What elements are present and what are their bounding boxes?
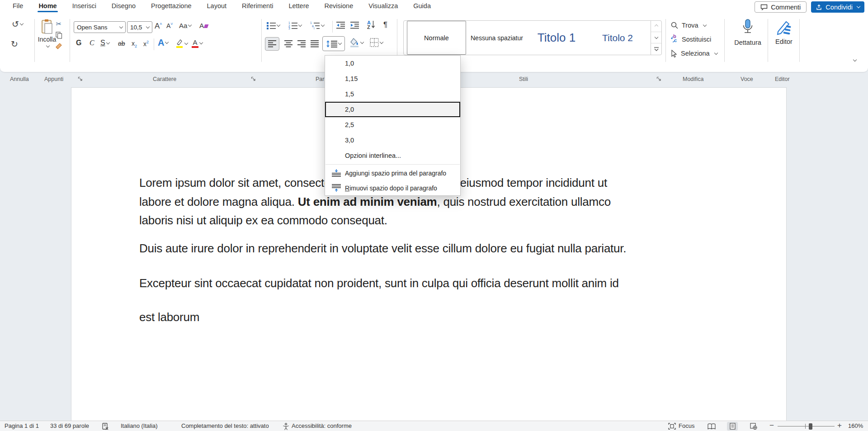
decrease-indent-button[interactable] xyxy=(336,22,345,29)
cut-icon[interactable]: ✂ xyxy=(56,20,62,28)
style-normal[interactable]: Normale xyxy=(407,21,466,55)
spacing-option-3-0[interactable]: 3,0 xyxy=(325,133,460,148)
copy-icon[interactable] xyxy=(56,32,62,39)
add-space-before-item[interactable]: Aggiungi spazio prima del paragrafo xyxy=(325,166,460,180)
line-spacing-button[interactable] xyxy=(322,36,345,51)
undo-button[interactable]: ↺ xyxy=(12,19,23,29)
focus-mode-button[interactable]: Focus xyxy=(679,422,694,429)
group-separator xyxy=(799,19,800,62)
sort-button[interactable]: A Z xyxy=(367,20,375,29)
spacing-options-item[interactable]: Opzioni interlinea... xyxy=(325,148,460,163)
paragraph-2[interactable]: Duis aute irure dolor in reprehenderit i… xyxy=(139,239,727,258)
justify-button[interactable] xyxy=(308,37,321,51)
chevron-down-icon xyxy=(20,21,24,25)
zoom-slider-track[interactable] xyxy=(778,426,835,426)
spacing-option-2-0-selected[interactable]: 2,0 xyxy=(325,102,460,117)
paste-button[interactable]: Incolla xyxy=(37,19,57,47)
styles-scroll-down-button[interactable] xyxy=(651,32,661,43)
italic-button[interactable]: C xyxy=(90,39,94,47)
indent-icon xyxy=(350,22,359,29)
bold-button[interactable]: G xyxy=(76,39,81,47)
paragraph-3[interactable]: Excepteur sint occaecat cupidatat non pr… xyxy=(139,274,727,293)
spacing-option-1-15[interactable]: 1,15 xyxy=(325,71,460,86)
tab-lettere[interactable]: Lettere xyxy=(288,1,310,12)
spacing-option-1-5[interactable]: 1,5 xyxy=(325,86,460,102)
paragraph-4[interactable]: est laborum xyxy=(139,308,727,327)
styles-scroll-up-button[interactable] xyxy=(651,21,661,32)
text-prediction-status[interactable]: Completamento del testo: attivato xyxy=(181,422,269,429)
strikethrough-button[interactable]: ab xyxy=(118,40,125,47)
svg-text:3: 3 xyxy=(288,27,290,29)
tab-home[interactable]: Home xyxy=(38,1,57,12)
multilevel-list-button[interactable]: 1ai xyxy=(310,21,324,29)
tab-revisione[interactable]: Revisione xyxy=(324,1,354,12)
spacing-option-2-5[interactable]: 2,5 xyxy=(325,117,460,133)
page-number-status[interactable]: Pagina 1 di 1 xyxy=(5,422,39,429)
font-size-select[interactable]: 10,5 xyxy=(127,21,152,33)
subscript-button[interactable]: x2 xyxy=(132,40,137,48)
clear-formatting-button[interactable]: A xyxy=(199,22,208,29)
comments-button[interactable]: Commenti xyxy=(755,1,807,13)
tab-guida[interactable]: Guida xyxy=(412,1,432,12)
line-spacing-menu: 1,0 1,15 1,5 2,0 2,5 3,0 Opzioni interli… xyxy=(325,55,461,196)
dictate-button[interactable]: Dettatura xyxy=(731,19,764,46)
font-name-select[interactable]: Open Sans xyxy=(74,21,126,33)
find-button[interactable]: Trova xyxy=(671,20,706,31)
tab-riferimenti[interactable]: Riferimenti xyxy=(241,1,274,12)
zoom-level[interactable]: 160% xyxy=(848,422,863,429)
zoom-slider-thumb[interactable] xyxy=(809,423,812,430)
bullets-button[interactable] xyxy=(267,21,280,29)
change-case-button[interactable]: Aa xyxy=(179,22,191,29)
underline-button[interactable]: S xyxy=(100,39,109,47)
zoom-in-button[interactable]: + xyxy=(837,421,842,430)
align-right-button[interactable] xyxy=(295,37,308,51)
font-color-button[interactable]: A xyxy=(192,38,203,48)
select-button[interactable]: Seleziona xyxy=(671,48,717,59)
increase-indent-button[interactable] xyxy=(350,22,359,29)
align-left-button[interactable] xyxy=(265,37,279,51)
replace-button[interactable]: b c Sostituisci xyxy=(671,34,711,45)
grow-font-button[interactable]: A˄ xyxy=(155,22,162,31)
remove-space-after-item[interactable]: Rimuovi spazio dopo il paragrafo xyxy=(325,180,460,195)
spacing-option-1-0[interactable]: 1,0 xyxy=(325,56,460,71)
share-button[interactable]: Condividi xyxy=(811,1,864,13)
accessibility-status[interactable]: Accessibilità: conforme xyxy=(292,422,352,429)
superscript-button[interactable]: x2 xyxy=(143,40,149,47)
font-dialog-launcher-icon[interactable] xyxy=(251,76,257,83)
zoom-out-button[interactable]: − xyxy=(769,421,774,430)
format-painter-icon[interactable] xyxy=(55,43,62,50)
menu-bar: File Home Inserisci Disegno Progettazion… xyxy=(0,0,868,14)
tab-layout[interactable]: Layout xyxy=(206,1,228,12)
highlight-button[interactable] xyxy=(175,38,188,48)
editor-button[interactable]: Editor xyxy=(772,19,796,45)
styles-gallery-more-button[interactable] xyxy=(651,43,661,55)
text-effects-button[interactable]: A xyxy=(158,38,168,48)
numbering-button[interactable]: 123 xyxy=(288,21,302,29)
style-no-spacing[interactable]: Nessuna spaziatura xyxy=(471,21,523,55)
show-formatting-button[interactable]: ¶ xyxy=(383,20,387,29)
clipboard-dialog-launcher-icon[interactable] xyxy=(78,76,84,83)
proofing-status-icon[interactable] xyxy=(102,423,109,430)
style-heading-2[interactable]: Titolo 2 xyxy=(588,21,647,55)
styles-dialog-launcher-icon[interactable] xyxy=(656,76,663,83)
chevron-down-icon xyxy=(184,41,188,44)
language-status[interactable]: Italiano (Italia) xyxy=(121,422,158,429)
numbered-list-icon: 123 xyxy=(288,21,297,29)
print-layout-button[interactable] xyxy=(727,422,738,431)
tab-inserisci[interactable]: Inserisci xyxy=(71,1,97,12)
style-heading-1[interactable]: Titolo 1 xyxy=(527,21,586,55)
shrink-font-button[interactable]: A˅ xyxy=(166,22,173,29)
tab-disegno[interactable]: Disegno xyxy=(111,1,137,12)
tab-visualizza[interactable]: Visualizza xyxy=(368,1,399,12)
redo-button[interactable]: ↻ xyxy=(11,39,18,49)
word-count-status[interactable]: 33 di 69 parole xyxy=(50,422,89,429)
collapse-ribbon-chevron-icon[interactable] xyxy=(853,58,857,62)
read-mode-button[interactable] xyxy=(706,422,717,431)
tab-progettazione[interactable]: Progettazione xyxy=(150,1,192,12)
shading-button[interactable] xyxy=(349,38,363,47)
undo-icon: ↺ xyxy=(12,19,19,29)
tab-file[interactable]: File xyxy=(12,1,24,12)
web-layout-button[interactable] xyxy=(748,422,759,431)
align-center-button[interactable] xyxy=(282,37,295,51)
borders-button[interactable] xyxy=(370,38,383,47)
